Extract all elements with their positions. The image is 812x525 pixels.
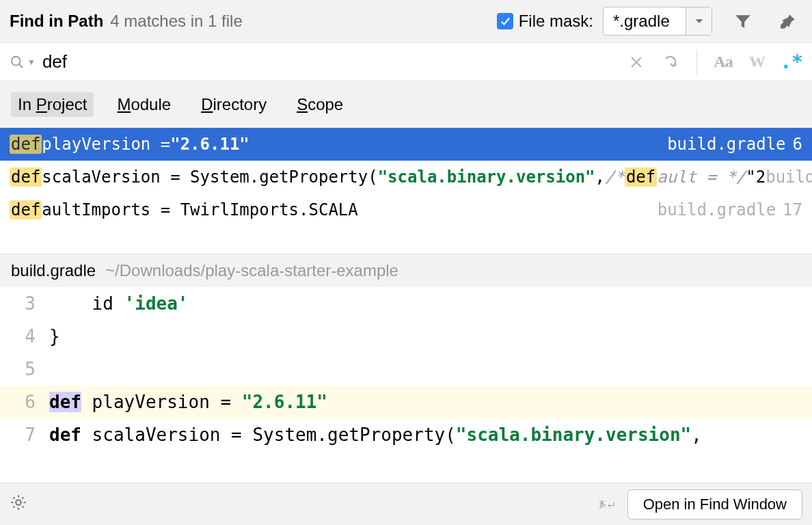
filemask-value: *.gradle (604, 12, 686, 31)
newline-icon[interactable] (660, 51, 681, 73)
search-icon (10, 55, 25, 70)
svg-point-4 (16, 500, 21, 505)
dialog-title: Find in Path (10, 12, 103, 31)
search-input[interactable] (41, 47, 625, 77)
filemask-checkbox[interactable] (497, 13, 513, 29)
scope-tab-module[interactable]: Module (110, 92, 178, 117)
open-in-find-window-button[interactable]: Open in Find Window (627, 489, 802, 520)
chevron-down-icon[interactable] (686, 8, 712, 35)
match-status: 4 matches in 1 file (110, 12, 242, 31)
code-line[interactable]: 7def scalaVersion = System.getProperty("… (0, 418, 812, 451)
results-list: def playVersion = "2.6.11"build.gradle6d… (0, 128, 812, 226)
code-line[interactable]: 6def playVersion = "2.6.11" (0, 386, 812, 418)
code-line[interactable]: 5 (0, 353, 812, 386)
words-toggle[interactable]: W (746, 51, 768, 73)
regex-toggle[interactable]: .* (781, 51, 802, 73)
preview-path: ~/Downloads/play-scala-starter-example (105, 261, 398, 280)
filter-icon[interactable] (729, 7, 757, 36)
search-history-icon[interactable]: ▼ (27, 57, 36, 67)
result-row[interactable]: defaultImports = TwirlImports.SCALAbuild… (0, 193, 812, 226)
shortcut-hint (597, 496, 615, 513)
svg-point-0 (12, 56, 21, 65)
scope-tabs: In ProjectModuleDirectoryScope (0, 81, 812, 128)
result-row[interactable]: def playVersion = "2.6.11"build.gradle6 (0, 128, 812, 161)
scope-tab-in-project[interactable]: In Project (11, 92, 94, 117)
code-line[interactable]: 3 id 'idea' (0, 287, 812, 320)
scope-tab-directory[interactable]: Directory (194, 92, 273, 117)
settings-icon[interactable] (10, 494, 27, 515)
filemask-dropdown[interactable]: *.gradle (603, 7, 712, 36)
preview-filename: build.gradle (11, 261, 96, 280)
filemask-label: File mask: (519, 12, 593, 31)
code-preview[interactable]: 3 id 'idea'4}56def playVersion = "2.6.11… (0, 287, 812, 483)
scope-tab-scope[interactable]: Scope (290, 92, 350, 117)
code-line[interactable]: 4} (0, 320, 812, 353)
case-toggle[interactable]: Aa (712, 51, 734, 73)
pin-icon[interactable] (774, 7, 802, 36)
svg-line-1 (19, 64, 23, 68)
clear-search-icon[interactable] (625, 51, 647, 73)
result-row[interactable]: def scalaVersion = System.getProperty("s… (0, 161, 812, 193)
